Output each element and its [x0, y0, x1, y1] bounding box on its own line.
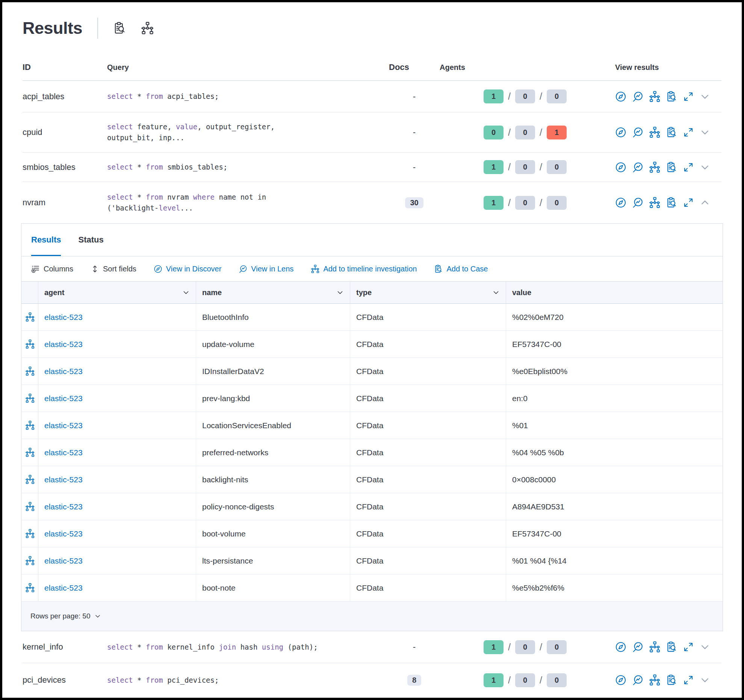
agents-failed-badge: 0 — [547, 673, 567, 687]
agent-link[interactable]: elastic-523 — [44, 556, 83, 565]
agent-link[interactable]: elastic-523 — [44, 367, 83, 376]
expand-icon[interactable] — [683, 91, 694, 102]
lens-icon[interactable] — [632, 197, 643, 208]
sort-icon — [91, 265, 99, 273]
timeline-icon[interactable] — [25, 475, 35, 484]
agent-link[interactable]: elastic-523 — [44, 394, 83, 403]
docs-count-badge: 8 — [407, 675, 421, 686]
inspect-icon[interactable] — [666, 641, 677, 653]
column-header-view-results: View results — [611, 63, 721, 72]
chevron-down-icon[interactable] — [94, 613, 101, 620]
inspect-icon[interactable] — [666, 91, 677, 102]
separator: / — [540, 162, 542, 173]
discover-icon[interactable] — [615, 162, 626, 173]
timeline-icon[interactable] — [25, 448, 35, 457]
inspect-icon[interactable] — [666, 127, 677, 138]
lens-icon[interactable] — [632, 641, 643, 653]
lens-icon[interactable] — [632, 127, 643, 138]
agent-link[interactable]: elastic-523 — [44, 340, 83, 349]
result-name: policy-nonce-digests — [196, 493, 350, 520]
column-header-agents: Agents — [440, 63, 611, 72]
view-in-discover-button[interactable]: View in Discover — [154, 265, 221, 273]
chevron-up-icon[interactable] — [700, 197, 710, 208]
docs-count-badge: 30 — [405, 197, 423, 208]
result-name: IDInstallerDataV2 — [196, 358, 350, 385]
timeline-icon[interactable] — [141, 22, 154, 35]
agents-pending-badge: 0 — [515, 673, 535, 687]
query-sql: select * from nvram where name not in('b… — [107, 192, 389, 214]
agents-pending-badge: 0 — [515, 89, 535, 103]
page-header: Results — [23, 2, 721, 54]
rows-per-page-button[interactable]: Rows per page: 50 — [30, 612, 91, 620]
chevron-down-icon — [492, 289, 500, 296]
result-row: elastic-523 preferred-networks CFData %0… — [21, 439, 723, 466]
timeline-icon[interactable] — [25, 529, 35, 538]
expand-icon[interactable] — [683, 641, 694, 653]
expand-icon[interactable] — [683, 127, 694, 138]
add-to-case-button[interactable]: Add to Case — [434, 265, 488, 273]
agent-link[interactable]: elastic-523 — [44, 502, 83, 511]
timeline-icon[interactable] — [25, 583, 35, 592]
agent-link[interactable]: elastic-523 — [44, 448, 83, 457]
view-in-lens-button[interactable]: View in Lens — [239, 265, 293, 273]
chevron-down-icon[interactable] — [700, 127, 710, 138]
timeline-icon[interactable] — [25, 339, 35, 349]
inspect-icon[interactable] — [666, 674, 677, 686]
agent-link[interactable]: elastic-523 — [44, 421, 83, 430]
timeline-icon[interactable] — [25, 367, 35, 376]
view-in-lens-label: View in Lens — [251, 265, 293, 273]
inspect-icon[interactable] — [666, 197, 677, 208]
case-icon — [434, 265, 443, 273]
chevron-down-icon[interactable] — [700, 675, 710, 685]
discover-icon[interactable] — [615, 641, 626, 653]
grid-column-agent[interactable]: agent — [38, 282, 196, 303]
query-id: pci_devices — [23, 675, 107, 685]
inspect-icon[interactable] — [113, 22, 126, 35]
timeline-icon[interactable] — [25, 556, 35, 565]
discover-icon[interactable] — [615, 674, 626, 686]
timeline-icon[interactable] — [25, 421, 35, 430]
timeline-icon[interactable] — [649, 197, 660, 208]
timeline-icon[interactable] — [649, 641, 660, 653]
add-to-timeline-button[interactable]: Add to timeline investigation — [311, 265, 417, 273]
expand-icon[interactable] — [683, 197, 694, 208]
timeline-icon[interactable] — [649, 162, 660, 173]
expand-icon[interactable] — [683, 162, 694, 173]
columns-button[interactable]: Columns — [31, 265, 73, 273]
grid-column-value[interactable]: value — [506, 282, 723, 303]
agent-link[interactable]: elastic-523 — [44, 583, 83, 592]
timeline-icon[interactable] — [25, 394, 35, 403]
lens-icon[interactable] — [632, 162, 643, 173]
chevron-down-icon[interactable] — [700, 91, 710, 102]
expand-icon[interactable] — [683, 674, 694, 686]
separator: / — [540, 642, 542, 653]
lens-icon[interactable] — [632, 91, 643, 102]
timeline-icon[interactable] — [25, 502, 35, 511]
agent-link[interactable]: elastic-523 — [44, 313, 83, 322]
chevron-down-icon[interactable] — [700, 642, 710, 652]
result-row: elastic-523 boot-volume CFData EF57347C-… — [21, 520, 723, 547]
discover-icon[interactable] — [615, 197, 626, 208]
results-panel: Results Status Columns Sort fields View … — [21, 223, 723, 631]
result-type: CFData — [350, 304, 506, 330]
agent-link[interactable]: elastic-523 — [44, 529, 83, 538]
tab-results[interactable]: Results — [31, 224, 61, 256]
timeline-icon[interactable] — [649, 127, 660, 138]
timeline-icon[interactable] — [649, 91, 660, 102]
agent-link[interactable]: elastic-523 — [44, 475, 83, 484]
result-value: %e0Ebplist00% — [506, 358, 723, 385]
timeline-icon[interactable] — [649, 674, 660, 686]
chevron-down-icon[interactable] — [700, 162, 710, 173]
sort-fields-button[interactable]: Sort fields — [91, 265, 136, 273]
result-name: LocationServicesEnabled — [196, 412, 350, 439]
grid-column-name[interactable]: name — [196, 282, 350, 303]
grid-column-type[interactable]: type — [350, 282, 506, 303]
discover-icon[interactable] — [615, 127, 626, 138]
inspect-icon[interactable] — [666, 162, 677, 173]
lens-icon[interactable] — [632, 674, 643, 686]
tab-status[interactable]: Status — [78, 224, 103, 256]
query-row: pci_devices select * from pci_devices; 8… — [23, 663, 721, 697]
timeline-icon[interactable] — [25, 312, 35, 322]
discover-icon[interactable] — [615, 91, 626, 102]
agents-status: 1 / 0 / 0 — [440, 89, 611, 103]
